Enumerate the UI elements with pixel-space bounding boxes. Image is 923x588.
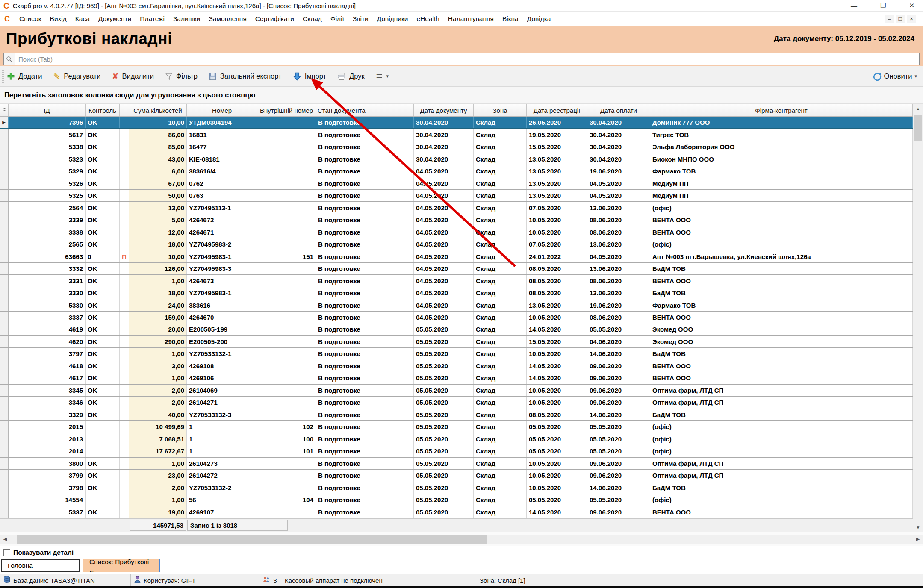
- column-header-1[interactable]: ІД: [9, 104, 86, 116]
- maximize-button[interactable]: ❐: [880, 2, 886, 9]
- cell-number: 383616: [187, 299, 257, 311]
- row-indicator: [0, 421, 9, 432]
- table-row[interactable]: 3329OK40,00YZ70533132-3В подготовке05.05…: [0, 409, 913, 421]
- table-row[interactable]: 3798OK2,00YZ70533132-2В подготовке05.05.…: [0, 482, 913, 494]
- column-header-8[interactable]: Дата документу: [414, 104, 474, 116]
- minimize-button[interactable]: —: [851, 2, 857, 9]
- column-header-9[interactable]: Зона: [474, 104, 527, 116]
- table-row[interactable]: 3331OK1,004264673В подготовке04.05.2020С…: [0, 275, 913, 287]
- table-row[interactable]: 3800OK1,0026104273В подготовке05.05.2020…: [0, 458, 913, 470]
- mdi-restore-button[interactable]: ❐: [896, 15, 905, 23]
- menu-item-1[interactable]: Вихід: [46, 13, 71, 24]
- table-row[interactable]: 5617OK86,0016831В подготовке30.04.2020Ск…: [0, 129, 913, 141]
- export-button[interactable]: Загальний експорт: [209, 72, 282, 80]
- table-row[interactable]: 201510 499,691102В подготовке05.05.2020С…: [0, 421, 913, 433]
- menu-item-14[interactable]: Вікна: [498, 13, 523, 24]
- menu-item-8[interactable]: Склад: [298, 13, 326, 24]
- table-row[interactable]: 145541,0056104В подготовке05.05.2020Скла…: [0, 494, 913, 506]
- table-row[interactable]: 3797OK1,00YZ70533132-1В подготовке05.05.…: [0, 348, 913, 360]
- row-indicator: [0, 250, 9, 262]
- import-button[interactable]: Імпорт: [293, 72, 326, 81]
- scroll-down-icon[interactable]: ▼: [913, 523, 923, 532]
- add-button[interactable]: Додати: [7, 72, 42, 80]
- table-row[interactable]: 5325OK50,000763В подготовке04.05.2020Скл…: [0, 190, 913, 202]
- menu-item-11[interactable]: Довідники: [373, 13, 413, 24]
- horizontal-scroll-thumb[interactable]: [17, 535, 487, 544]
- table-row[interactable]: 5337OK19,004269107В подготовке05.05.2020…: [0, 506, 913, 518]
- table-row[interactable]: 5326OK67,000762В подготовке04.05.2020Скл…: [0, 177, 913, 189]
- list-view-button[interactable]: ≣ ▾: [376, 71, 389, 82]
- mdi-minimize-button[interactable]: –: [885, 15, 894, 23]
- cell-doc-state: В подготовке: [316, 141, 414, 153]
- refresh-button[interactable]: Оновити ▾: [873, 72, 917, 81]
- filter-button[interactable]: Фільтр: [165, 72, 198, 80]
- cell-number: 4269106: [187, 372, 257, 384]
- menu-item-12[interactable]: eHealth: [412, 13, 443, 24]
- cell-id: 2564: [9, 202, 86, 213]
- table-row[interactable]: ▶7396OK10,00УТДМ0304194В подготовке30.04…: [0, 117, 913, 129]
- scroll-up-icon[interactable]: ▲: [913, 104, 923, 113]
- table-row[interactable]: 3345OK2,0026104069В подготовке05.05.2020…: [0, 385, 913, 397]
- table-row[interactable]: 4619OK20,00E200505-199В подготовке05.05.…: [0, 323, 913, 335]
- menu-item-4[interactable]: Платежі: [136, 13, 169, 24]
- menu-item-5[interactable]: Залишки: [169, 13, 205, 24]
- group-by-hint[interactable]: Перетягніть заголовок колонки сюди для у…: [0, 87, 923, 104]
- table-row[interactable]: 3346OK2,0026104271В подготовке05.05.2020…: [0, 397, 913, 409]
- search-input[interactable]: [15, 56, 919, 63]
- menu-item-6[interactable]: Замовлення: [204, 13, 251, 24]
- menu-item-15[interactable]: Довідка: [523, 13, 555, 24]
- table-row[interactable]: 20137 068,511100В подготовке05.05.2020Ск…: [0, 433, 913, 445]
- column-header-2[interactable]: Контроль: [86, 104, 120, 116]
- menu-item-7[interactable]: Сертифікати: [251, 13, 298, 24]
- table-row[interactable]: 3330OK18,00YZ70495983-1В подготовке04.05…: [0, 287, 913, 299]
- menu-item-2[interactable]: Каса: [71, 13, 94, 24]
- print-button[interactable]: Друк: [337, 72, 365, 80]
- column-header-10[interactable]: Дата реестрації: [527, 104, 587, 116]
- menu-item-13[interactable]: Налаштування: [444, 13, 498, 24]
- show-details-checkbox[interactable]: [3, 549, 10, 556]
- table-row[interactable]: 5329OK6,00383616/4В подготовке04.05.2020…: [0, 165, 913, 177]
- table-row[interactable]: 3339OK5,004264672В подготовке04.05.2020С…: [0, 214, 913, 226]
- table-row[interactable]: 4618OK3,004269108В подготовке05.05.2020С…: [0, 360, 913, 372]
- table-row[interactable]: 5338OK85,0016477В подготовке30.04.2020Ск…: [0, 141, 913, 153]
- table-row[interactable]: 4620OK290,00E200505-200В подготовке05.05…: [0, 336, 913, 348]
- cell-quantity-sum: 67,00: [129, 177, 187, 189]
- cell-control-flag: [120, 153, 129, 165]
- scroll-left-icon[interactable]: ◀: [0, 535, 10, 544]
- row-indicator: [0, 470, 9, 481]
- delete-button[interactable]: ✘ Видалити: [112, 71, 154, 81]
- menu-item-10[interactable]: Звіти: [348, 13, 373, 24]
- table-row[interactable]: 2564OK13,00YZ70495113-1В подготовке04.05…: [0, 202, 913, 214]
- tab-home[interactable]: Головна: [1, 559, 80, 572]
- column-header-12[interactable]: Фірма-контрагент: [650, 104, 913, 116]
- column-header-3[interactable]: [120, 104, 129, 116]
- column-header-5[interactable]: Номер: [187, 104, 257, 116]
- vertical-scroll-thumb[interactable]: [914, 115, 922, 141]
- column-header-0[interactable]: [0, 104, 9, 116]
- menu-item-9[interactable]: Філії: [326, 13, 348, 24]
- close-button[interactable]: ✕: [909, 2, 914, 9]
- column-header-7[interactable]: Стан документа: [316, 104, 414, 116]
- table-row[interactable]: 3332OK126,00YZ70495983-3В подготовке04.0…: [0, 263, 913, 275]
- menu-item-0[interactable]: Список: [15, 13, 46, 24]
- toolbar-grip[interactable]: [2, 70, 4, 83]
- scroll-right-icon[interactable]: ▶: [913, 535, 923, 544]
- cell-control-flag: [120, 385, 129, 396]
- table-row[interactable]: 4617OK1,004269106В подготовке05.05.2020С…: [0, 372, 913, 384]
- table-row[interactable]: 3337OK159,004264670В подготовке04.05.202…: [0, 312, 913, 323]
- menu-item-3[interactable]: Документи: [94, 13, 136, 24]
- table-row[interactable]: 3338OK12,004264671В подготовке04.05.2020…: [0, 226, 913, 238]
- column-header-6[interactable]: Внутрішній номер: [257, 104, 316, 116]
- table-row[interactable]: 636630П10,00YZ70495983-1151В подготовке0…: [0, 250, 913, 262]
- table-row[interactable]: 5330OK24,00383616В подготовке04.05.2020С…: [0, 299, 913, 311]
- tab-income-invoices[interactable]: Список: Прибуткові ...: [83, 559, 160, 572]
- table-row[interactable]: 2565OK18,00YZ70495983-2В подготовке04.05…: [0, 238, 913, 250]
- table-row[interactable]: 5323OK43,00KIE-08181В подготовке30.04.20…: [0, 153, 913, 165]
- column-header-4[interactable]: Сума кількостей: [129, 104, 187, 116]
- horizontal-scroll-track[interactable]: [10, 535, 913, 544]
- table-row[interactable]: 201417 672,671101В подготовке05.05.2020С…: [0, 445, 913, 457]
- mdi-close-button[interactable]: ✕: [907, 15, 916, 23]
- edit-button[interactable]: ✎ Редагувати: [53, 71, 100, 82]
- column-header-11[interactable]: Дата оплати: [587, 104, 650, 116]
- table-row[interactable]: 3799OK23,0026104272В подготовке05.05.202…: [0, 470, 913, 482]
